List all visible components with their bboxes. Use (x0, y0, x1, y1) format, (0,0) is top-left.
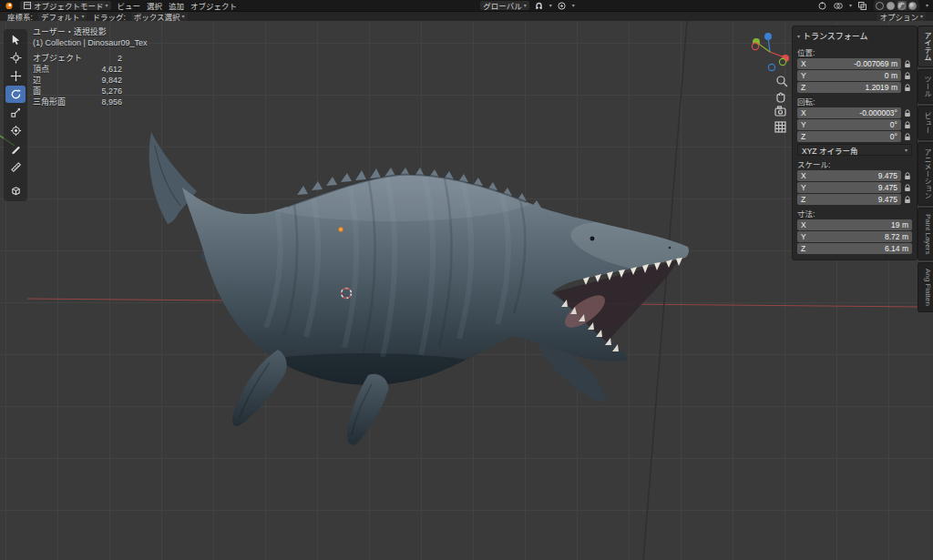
gizmo-x-neg[interactable] (752, 43, 758, 49)
chevron-down-icon[interactable]: ▾ (849, 3, 852, 8)
rotation-mode-dropdown[interactable]: XYZ オイラー角 ▾ (797, 144, 912, 156)
xray-icon[interactable] (858, 1, 867, 10)
scale-x-row: X 9.475 (797, 170, 912, 181)
chevron-down-icon[interactable]: ▾ (572, 3, 575, 8)
tool-rail (4, 29, 27, 201)
lock-icon[interactable] (904, 171, 912, 180)
drag-setting-label: ドラッグ: (92, 11, 125, 22)
transform-panel-header[interactable]: ▾ トランスフォーム (797, 29, 912, 45)
tool-annotate[interactable] (5, 140, 26, 158)
tool-add-cube[interactable] (5, 182, 26, 199)
chevron-down-icon[interactable]: ▾ (549, 3, 552, 8)
sidebar-tab-tool[interactable]: ツール (918, 69, 933, 104)
tool-settings-header: 座標系: デフォルト ▾ ドラッグ: ボックス選択 ▾ オプション ▾ (0, 11, 933, 21)
chevron-down-icon: ▾ (905, 148, 907, 153)
sidebar-tab-view[interactable]: ビュー (918, 106, 933, 140)
shading-material-icon[interactable] (897, 1, 907, 10)
shading-wireframe-icon[interactable] (876, 1, 885, 10)
nostril (669, 247, 672, 249)
orientation-setting-value: デフォルト (41, 11, 80, 22)
blender-window: オブジェクトモード ▾ ビュー 選択 追加 オブジェクト グローバル ▾ ▾ ▾ (0, 0, 933, 560)
dimensions-y-field[interactable]: Y 8.72 m (797, 231, 912, 242)
sidebar-tab-item[interactable]: アイテム (918, 25, 933, 67)
mosasaurus-model[interactable] (149, 132, 710, 445)
scale-z-field[interactable]: Z 9.475 (797, 194, 901, 205)
magnet-icon[interactable] (535, 1, 544, 10)
camera-view-icon[interactable] (775, 107, 785, 116)
sidebar-tab-animation[interactable]: アニメーション (918, 142, 933, 206)
rotation-y-field[interactable]: Y 0° (797, 119, 901, 130)
stat-label: オブジェクト (33, 53, 86, 64)
mode-dropdown[interactable]: オブジェクトモード ▾ (20, 1, 111, 10)
tool-move[interactable] (5, 67, 26, 85)
dimensions-z-row: Z 6.14 m (797, 243, 912, 254)
sidebar-tab-ang-flatten[interactable]: Ang Flatten (918, 262, 933, 312)
stat-triangles: 三角形面 8,956 (33, 97, 147, 107)
rotation-z-field[interactable]: Z 0° (797, 131, 901, 142)
near-hind-flipper (347, 374, 388, 445)
orientation-label: グローバル (483, 0, 521, 11)
location-z-row: Z 1.2019 m (797, 82, 912, 93)
gizmo-z-neg[interactable] (768, 64, 774, 70)
stat-value: 2 (86, 53, 122, 64)
lock-icon[interactable] (904, 120, 912, 129)
show-gizmo-icon[interactable] (818, 1, 827, 10)
location-y-field[interactable]: Y 0 m (797, 70, 901, 81)
ortho-grid-icon[interactable] (775, 122, 785, 132)
dimensions-z-field[interactable]: Z 6.14 m (797, 243, 912, 254)
scale-y-field[interactable]: Y 9.475 (797, 182, 901, 193)
menu-select[interactable]: 選択 (147, 0, 162, 11)
nav-gizmo[interactable] (752, 33, 789, 71)
tool-measure[interactable] (5, 158, 26, 176)
scale-label: スケール: (797, 157, 912, 170)
pan-hand-icon[interactable] (777, 93, 784, 102)
location-z-field[interactable]: Z 1.2019 m (797, 82, 901, 93)
location-x-field[interactable]: X -0.007069 m (797, 58, 901, 69)
lock-icon[interactable] (904, 83, 912, 92)
tool-cursor[interactable] (5, 49, 26, 66)
location-y-row: Y 0 m (797, 70, 912, 81)
object-origin-dot[interactable] (339, 228, 343, 232)
menu-object[interactable]: オブジェクト (190, 0, 237, 11)
view-name-text: ユーザー・透視投影 (33, 26, 147, 37)
proportional-editing-icon[interactable] (558, 1, 567, 10)
lock-icon[interactable] (904, 132, 912, 141)
lock-icon[interactable] (904, 71, 912, 80)
lock-icon[interactable] (904, 183, 912, 192)
blender-logo-icon[interactable] (5, 1, 14, 10)
shading-solid-icon[interactable] (887, 1, 896, 10)
tool-transform[interactable] (5, 122, 26, 139)
orientation-dropdown[interactable]: グローバル ▾ (480, 1, 528, 10)
drag-setting-dropdown[interactable]: ボックス選択 ▾ (131, 12, 188, 21)
viewport-3d[interactable]: ユーザー・透視投影 (1) Collection | Dinosaur09_Te… (0, 21, 933, 560)
tool-select-box[interactable] (5, 31, 26, 48)
dimensions-x-field[interactable]: X 19 m (797, 219, 912, 230)
zoom-icon[interactable] (777, 76, 787, 87)
shading-mode-group (874, 0, 919, 11)
lock-icon[interactable] (904, 59, 912, 68)
rotation-x-field[interactable]: X -0.000003° (797, 107, 901, 118)
chevron-down-icon[interactable]: ▾ (926, 3, 928, 8)
gizmo-y-neg[interactable] (779, 58, 785, 65)
sidebar-tab-paint-layers[interactable]: Paint Layers (918, 208, 933, 260)
stat-value: 5,276 (86, 86, 122, 97)
options-dropdown[interactable]: オプション ▾ (877, 12, 926, 21)
gizmo-z-axis[interactable] (764, 33, 772, 40)
chevron-down-icon: ▾ (182, 14, 185, 19)
tool-rotate[interactable] (5, 86, 26, 103)
stat-edges: 辺 9,842 (33, 75, 147, 86)
shading-rendered-icon[interactable] (908, 1, 918, 10)
orientation-setting-label: 座標系: (7, 11, 33, 22)
sidebar-tab-strip: アイテム ツール ビュー アニメーション Paint Layers Ang Fl… (918, 25, 933, 312)
lock-icon[interactable] (904, 108, 912, 117)
tool-scale[interactable] (5, 104, 26, 121)
menu-view[interactable]: ビュー (118, 0, 141, 11)
scale-x-field[interactable]: X 9.475 (797, 170, 901, 181)
menu-add[interactable]: 追加 (169, 0, 184, 11)
overlays-icon[interactable] (834, 1, 843, 10)
lock-icon[interactable] (904, 195, 912, 204)
stat-value: 4,612 (86, 64, 122, 75)
orientation-setting-dropdown[interactable]: デフォルト ▾ (38, 12, 87, 21)
chevron-down-icon: ▾ (106, 3, 108, 8)
rotation-x-row: X -0.000003° (797, 107, 912, 118)
